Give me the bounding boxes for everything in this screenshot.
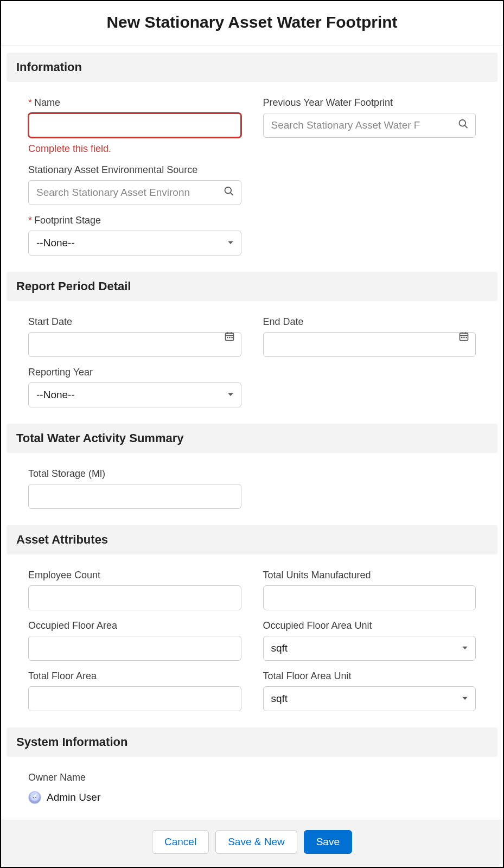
previous-year-lookup-input[interactable]: [271, 119, 468, 131]
name-label: Name: [28, 97, 241, 108]
modal-scroll-area[interactable]: New Stationary Asset Water Footprint Inf…: [1, 1, 503, 820]
total-area-input[interactable]: [28, 686, 241, 711]
stage-select-value: --None--: [36, 237, 233, 249]
total-area-label: Total Floor Area: [28, 671, 241, 682]
total-unit-label: Total Floor Area Unit: [263, 671, 476, 682]
section-body-water: Total Storage (Ml): [1, 453, 503, 519]
total-unit-value: sqft: [271, 693, 468, 705]
modal-footer: Cancel Save & New Save: [1, 820, 503, 867]
stage-label: Footprint Stage: [28, 215, 241, 226]
save-new-button[interactable]: Save & New: [215, 830, 297, 854]
previous-year-label: Previous Year Water Footprint: [263, 97, 476, 108]
total-units-label: Total Units Manufactured: [263, 570, 476, 581]
section-body-system: Owner Name Admin User: [1, 757, 503, 814]
owner-label: Owner Name: [28, 772, 241, 783]
section-body-information: Name Complete this field. Previous Year …: [1, 82, 503, 265]
section-header-water: Total Water Activity Summary: [7, 424, 497, 453]
source-lookup[interactable]: [28, 180, 241, 205]
occupied-area-input[interactable]: [28, 636, 241, 661]
start-date-label: Start Date: [28, 316, 241, 328]
start-date-input[interactable]: [28, 332, 241, 357]
owner-name: Admin User: [47, 792, 100, 803]
modal-title: New Stationary Asset Water Footprint: [1, 1, 503, 46]
occupied-unit-select[interactable]: sqft: [263, 636, 476, 661]
cancel-button[interactable]: Cancel: [152, 830, 209, 854]
reporting-year-select[interactable]: --None--: [28, 382, 241, 407]
section-body-report: Start Date End Date Reporting Year: [1, 301, 503, 417]
employee-count-input[interactable]: [28, 585, 241, 610]
modal-dialog: New Stationary Asset Water Footprint Inf…: [0, 0, 504, 868]
section-header-report: Report Period Detail: [7, 272, 497, 301]
total-storage-input[interactable]: [28, 484, 241, 509]
total-unit-select[interactable]: sqft: [263, 686, 476, 711]
section-header-asset: Asset Attributes: [7, 525, 497, 554]
end-date-label: End Date: [263, 316, 476, 328]
source-label: Stationary Asset Environmental Source: [28, 164, 241, 176]
employee-count-label: Employee Count: [28, 570, 241, 581]
occupied-area-label: Occupied Floor Area: [28, 620, 241, 631]
source-lookup-input[interactable]: [36, 187, 233, 199]
occupied-unit-label: Occupied Floor Area Unit: [263, 620, 476, 631]
section-header-system: System Information: [7, 727, 497, 757]
reporting-year-label: Reporting Year: [28, 367, 241, 378]
section-body-asset: Employee Count Total Units Manufactured …: [1, 554, 503, 721]
end-date-input[interactable]: [263, 332, 476, 357]
occupied-unit-value: sqft: [271, 642, 468, 654]
save-button[interactable]: Save: [304, 830, 352, 854]
previous-year-lookup[interactable]: [263, 113, 476, 138]
section-header-information: Information: [7, 53, 497, 82]
name-input[interactable]: [28, 113, 241, 138]
total-storage-label: Total Storage (Ml): [28, 468, 241, 480]
stage-select[interactable]: --None--: [28, 231, 241, 256]
divider: [1, 46, 503, 46]
avatar: [28, 791, 41, 804]
reporting-year-value: --None--: [36, 389, 233, 401]
total-units-input[interactable]: [263, 585, 476, 610]
name-error: Complete this field.: [28, 143, 241, 155]
